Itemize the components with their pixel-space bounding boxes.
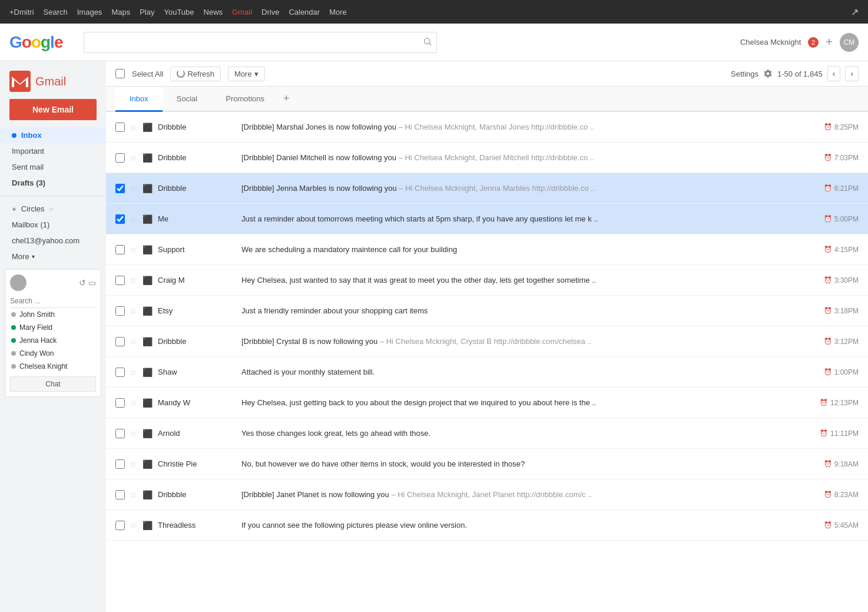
email-checkbox-3[interactable]: [115, 214, 125, 224]
email-checkbox-4[interactable]: [115, 245, 125, 254]
email-row-9[interactable]: ☆⬛Mandy WHey Chelsea, just getting back …: [106, 388, 868, 418]
google-bar-youtube[interactable]: YouTube: [164, 8, 194, 16]
google-bar-drive[interactable]: Drive: [261, 8, 279, 16]
sidebar-item-yahoo[interactable]: chel13@yahoo.com: [0, 233, 106, 249]
email-tag-6[interactable]: ⬛: [143, 306, 152, 316]
sidebar-item-inbox[interactable]: Inbox: [0, 127, 106, 143]
email-tag-5[interactable]: ⬛: [143, 276, 152, 285]
email-row-3[interactable]: ☆⬛MeJust a reminder about tomorrows meet…: [106, 204, 868, 234]
email-checkbox-11[interactable]: [115, 459, 125, 469]
search-icon[interactable]: [423, 37, 432, 48]
chat-button[interactable]: Chat: [10, 376, 96, 392]
email-row-12[interactable]: ☆⬛Dribbble[Dribbble] Janet Planet is now…: [106, 479, 868, 510]
google-bar-gmail[interactable]: Gmail: [232, 8, 252, 16]
google-bar-search[interactable]: Search: [44, 8, 68, 16]
search-input[interactable]: [84, 32, 437, 53]
chat-video-icon[interactable]: ▭: [88, 278, 96, 287]
email-row-1[interactable]: ☆⬛Dribbble[Dribbble] Daniel Mitchell is …: [106, 143, 868, 173]
email-star-11[interactable]: ☆: [130, 459, 139, 469]
email-checkbox-7[interactable]: [115, 337, 125, 346]
chat-contact-chelseaknight[interactable]: Chelsea Knight: [10, 360, 96, 373]
settings-gear-icon[interactable]: [763, 69, 773, 78]
email-checkbox-5[interactable]: [115, 276, 125, 285]
email-tag-4[interactable]: ⬛: [143, 245, 152, 254]
new-email-button[interactable]: New Email: [9, 99, 97, 120]
chat-contact-johnsmith[interactable]: John Smith: [10, 308, 96, 321]
email-checkbox-12[interactable]: [115, 490, 125, 499]
sidebar-more-button[interactable]: More ▾: [0, 249, 106, 264]
sidebar-item-mailbox[interactable]: Mailbox (1): [0, 217, 106, 233]
chat-call-icon[interactable]: ↺: [79, 278, 86, 287]
next-page-button[interactable]: ›: [845, 66, 859, 81]
email-star-0[interactable]: ☆: [130, 123, 139, 132]
google-bar-images[interactable]: Images: [77, 8, 102, 16]
prev-page-button[interactable]: ‹: [827, 66, 841, 81]
google-bar-more[interactable]: More: [329, 8, 347, 16]
email-checkbox-2[interactable]: [115, 184, 125, 193]
email-tag-12[interactable]: ⬛: [143, 490, 152, 499]
email-tag-10[interactable]: ⬛: [143, 429, 152, 438]
select-all-checkbox[interactable]: [115, 69, 125, 78]
email-tag-8[interactable]: ⬛: [143, 368, 152, 377]
email-row-2[interactable]: ☆⬛Dribbble[Dribbble] Jenna Marbles is no…: [106, 173, 868, 204]
email-tag-1[interactable]: ⬛: [143, 153, 152, 163]
email-row-10[interactable]: ☆⬛ArnoldYes those changes look great, le…: [106, 418, 868, 449]
email-star-2[interactable]: ☆: [130, 184, 139, 193]
email-checkbox-13[interactable]: [115, 521, 125, 530]
email-row-13[interactable]: ☆⬛ThreadlessIf you cannot see the follow…: [106, 510, 868, 541]
tab-add-button[interactable]: +: [279, 87, 294, 111]
chat-search-input[interactable]: [10, 295, 96, 308]
refresh-button[interactable]: Refresh: [170, 67, 221, 81]
email-star-13[interactable]: ☆: [130, 521, 139, 530]
more-button[interactable]: More ▾: [228, 67, 265, 81]
email-star-3[interactable]: ☆: [130, 214, 139, 224]
email-checkbox-0[interactable]: [115, 123, 125, 132]
email-star-8[interactable]: ☆: [130, 368, 139, 377]
email-row-11[interactable]: ☆⬛Christie PieNo, but however we do have…: [106, 449, 868, 479]
email-tag-13[interactable]: ⬛: [143, 521, 152, 530]
email-tag-11[interactable]: ⬛: [143, 459, 152, 469]
google-bar-news[interactable]: News: [204, 8, 223, 16]
email-checkbox-10[interactable]: [115, 429, 125, 438]
email-tag-2[interactable]: ⬛: [143, 184, 152, 193]
sidebar-item-important[interactable]: Important: [0, 143, 106, 159]
settings-label[interactable]: Settings: [731, 70, 758, 78]
email-row-0[interactable]: ☆⬛Dribbble[Dribbble] Marshal Jones is no…: [106, 112, 868, 143]
email-row-6[interactable]: ☆⬛EtsyJust a friendly reminder about you…: [106, 296, 868, 326]
email-checkbox-6[interactable]: [115, 306, 125, 316]
email-checkbox-1[interactable]: [115, 153, 125, 163]
share-icon[interactable]: ↗: [851, 6, 859, 18]
email-star-5[interactable]: ☆: [130, 276, 139, 285]
email-star-7[interactable]: ☆: [130, 337, 139, 346]
tab-promotions[interactable]: Promotions: [211, 87, 279, 112]
email-row-8[interactable]: ☆⬛ShawAttached is your monthly statement…: [106, 357, 868, 388]
email-star-6[interactable]: ☆: [130, 306, 139, 316]
email-checkbox-8[interactable]: [115, 368, 125, 377]
tab-inbox[interactable]: Inbox: [115, 87, 163, 112]
chat-contact-cindywon[interactable]: Cindy Won: [10, 347, 96, 360]
sidebar-item-drafts[interactable]: Drafts (3): [0, 175, 106, 191]
chat-contact-maryfield[interactable]: Mary Field: [10, 321, 96, 334]
email-tag-0[interactable]: ⬛: [143, 123, 152, 132]
tab-social[interactable]: Social: [163, 87, 211, 112]
google-bar-maps[interactable]: Maps: [111, 8, 130, 16]
email-row-5[interactable]: ☆⬛Craig MHey Chelsea, just wanted to say…: [106, 265, 868, 296]
email-star-12[interactable]: ☆: [130, 490, 139, 499]
sidebar-item-circles[interactable]: ● Circles ○: [0, 201, 106, 217]
add-account-icon[interactable]: +: [826, 35, 833, 49]
chat-contact-jennahack[interactable]: Jenna Hack: [10, 334, 96, 347]
avatar[interactable]: CM: [840, 33, 859, 52]
email-tag-3[interactable]: ⬛: [143, 214, 152, 224]
email-checkbox-9[interactable]: [115, 398, 125, 408]
google-bar-calendar[interactable]: Calendar: [289, 8, 320, 16]
google-bar-dmitri[interactable]: +Dmitri: [9, 8, 34, 16]
google-bar-play[interactable]: Play: [140, 8, 154, 16]
email-star-9[interactable]: ☆: [130, 398, 139, 408]
email-tag-9[interactable]: ⬛: [143, 398, 152, 408]
email-tag-7[interactable]: ⬛: [143, 337, 152, 346]
sidebar-item-sent[interactable]: Sent mail: [0, 159, 106, 175]
email-star-4[interactable]: ☆: [130, 245, 139, 254]
email-row-7[interactable]: ☆⬛Dribbble[Dribbble] Crystal B is now fo…: [106, 326, 868, 357]
email-row-4[interactable]: ☆⬛SupportWe are scheduling a mandatory m…: [106, 234, 868, 265]
email-star-1[interactable]: ☆: [130, 153, 139, 163]
